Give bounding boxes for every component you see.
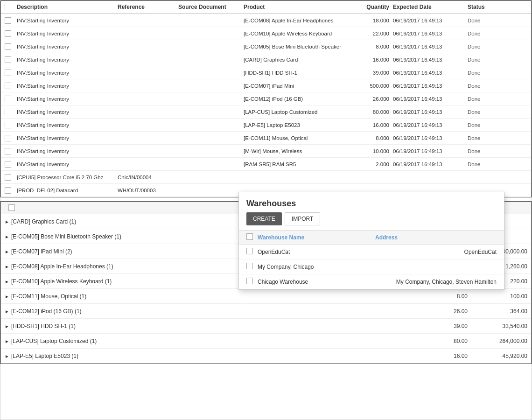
bottom-list-item[interactable]: ►[E-COM11] Mouse, Optical (1) 8.00 100.0…	[1, 289, 531, 304]
bottom-row-label: ►[HDD-SH1] HDD SH-1 (1)	[5, 323, 415, 329]
table-row[interactable]: INV:Starting Inventory [E-COM11] Mouse, …	[1, 132, 531, 145]
table-row[interactable]: INV:Starting Inventory [E-COM08] Apple I…	[1, 14, 531, 27]
row-checkbox[interactable]	[5, 83, 11, 89]
row-status: Done	[468, 96, 514, 102]
bottom-row-value: 33,540.00	[471, 323, 527, 329]
table-row[interactable]: INV:Starting Inventory [E-COM10] Apple W…	[1, 27, 531, 40]
row-date: 06/19/2017 16:49:13	[393, 148, 468, 154]
table-row[interactable]: [CPUI5] Processor Core i5 2.70 Ghz Chic/…	[1, 171, 531, 184]
row-date: 06/19/2017 16:49:13	[393, 18, 468, 23]
expand-icon: ►	[5, 339, 9, 344]
row-product: [M-Wir] Mouse, Wireless	[244, 148, 351, 154]
row-checkbox-cell	[1, 122, 15, 128]
row-status: Done	[468, 31, 514, 36]
bottom-row-value: 100.00	[471, 293, 527, 300]
table-row[interactable]: INV:Starting Inventory [CARD] Graphics C…	[1, 53, 531, 66]
row-date: 06/19/2017 16:49:13	[393, 122, 468, 128]
bottom-list-item[interactable]: ►[E-COM12] iPod (16 GB) (1) 26.00 364.00	[1, 304, 531, 319]
row-checkbox[interactable]	[5, 174, 11, 181]
row-checkbox-cell	[1, 70, 15, 76]
row-checkbox[interactable]	[5, 17, 11, 24]
table-row[interactable]: INV:Starting Inventory [E-COM07] iPad Mi…	[1, 79, 531, 92]
warehouses-popup: Warehouses CREATE IMPORT Warehouse Name …	[238, 192, 504, 290]
table-row[interactable]: INV:Starting Inventory [HDD-SH1] HDD SH-…	[1, 66, 531, 79]
row-description: [CPUI5] Processor Core i5 2.70 Ghz	[15, 175, 118, 180]
bottom-list-item[interactable]: ►[HDD-SH1] HDD SH-1 (1) 39.00 33,540.00	[1, 319, 531, 334]
top-table-section: Description Reference Source Document Pr…	[0, 0, 532, 197]
expand-icon: ►	[5, 294, 9, 299]
warehouse-checkbox-cell	[246, 278, 258, 286]
row-status: Done	[468, 148, 514, 154]
row-checkbox-cell	[1, 83, 15, 89]
expand-icon: ►	[5, 234, 9, 239]
select-all-checkbox[interactable]	[5, 4, 11, 10]
table-row[interactable]: INV:Starting Inventory [E-COM12] iPod (1…	[1, 92, 531, 105]
row-checkbox-cell	[1, 135, 15, 141]
row-checkbox[interactable]	[5, 43, 11, 50]
table-row[interactable]: INV:Starting Inventory [RAM-SR5] RAM SR5…	[1, 158, 531, 171]
row-date: 06/19/2017 16:49:13	[393, 44, 468, 49]
row-quantity: 2.000	[351, 161, 393, 167]
warehouse-checkbox[interactable]	[246, 248, 253, 254]
warehouse-row[interactable]: OpenEduCat OpenEduCat	[239, 245, 504, 259]
bottom-row-value: 364.00	[471, 308, 527, 315]
row-status: Done	[468, 161, 514, 167]
bottom-row-quantity: 8.00	[415, 293, 471, 300]
bottom-list-item[interactable]: ►[LAP-E5] Laptop E5023 (1) 16.00 45,920.…	[1, 349, 531, 364]
warehouse-row[interactable]: Chicago Warehouse My Company, Chicago, S…	[239, 274, 504, 289]
row-checkbox[interactable]	[5, 70, 11, 76]
row-product: [E-COM11] Mouse, Optical	[244, 135, 351, 141]
row-product: [HDD-SH1] HDD SH-1	[244, 70, 351, 76]
row-checkbox-cell	[1, 148, 15, 154]
warehouse-checkbox[interactable]	[246, 263, 253, 269]
row-description: INV:Starting Inventory	[15, 70, 118, 76]
table-row[interactable]: INV:Starting Inventory [LAP-CUS] Laptop …	[1, 105, 531, 119]
expand-icon: ►	[5, 309, 9, 314]
row-product: [E-COM07] iPad Mini	[244, 83, 351, 89]
row-checkbox[interactable]	[5, 161, 11, 168]
bottom-row-label: ►[E-COM11] Mouse, Optical (1)	[5, 293, 415, 300]
row-checkbox-cell	[1, 43, 15, 50]
import-button[interactable]: IMPORT	[285, 212, 320, 225]
row-date: 06/19/2017 16:49:13	[393, 31, 468, 36]
row-product: [E-COM08] Apple In-Ear Headphones	[244, 18, 351, 23]
expand-icon: ►	[5, 279, 9, 284]
row-quantity: 39.000	[351, 70, 393, 76]
table-row[interactable]: INV:Starting Inventory [LAP-E5] Laptop E…	[1, 119, 531, 132]
row-date: 06/19/2017 16:49:13	[393, 109, 468, 115]
row-checkbox[interactable]	[5, 96, 11, 102]
warehouse-row[interactable]: My Company, Chicago	[239, 259, 504, 274]
warehouse-checkbox[interactable]	[246, 278, 253, 284]
row-checkbox[interactable]	[5, 109, 11, 115]
table-row[interactable]: INV:Starting Inventory [E-COM05] Bose Mi…	[1, 40, 531, 53]
header-expected-date: Expected Date	[393, 4, 468, 10]
row-checkbox-cell	[1, 174, 15, 181]
row-status: Done	[468, 83, 514, 89]
row-description: INV:Starting Inventory	[15, 135, 118, 141]
row-checkbox[interactable]	[5, 30, 11, 37]
table-row[interactable]: INV:Starting Inventory [M-Wir] Mouse, Wi…	[1, 145, 531, 158]
expand-icon: ►	[5, 264, 9, 269]
popup-rows-container: OpenEduCat OpenEduCat My Company, Chicag…	[239, 245, 504, 289]
warehouse-name: Chicago Warehouse	[258, 279, 375, 285]
row-status: Done	[468, 70, 514, 76]
row-description: INV:Starting Inventory	[15, 122, 118, 128]
header-source-document: Source Document	[178, 4, 244, 10]
bottom-list-item[interactable]: ►[LAP-CUS] Laptop Customized (1) 80.00 2…	[1, 334, 531, 349]
create-button[interactable]: CREATE	[246, 212, 282, 225]
expand-icon: ►	[5, 249, 9, 254]
row-description: INV:Starting Inventory	[15, 44, 118, 49]
row-checkbox-cell	[1, 187, 15, 194]
row-checkbox[interactable]	[5, 187, 11, 194]
row-checkbox[interactable]	[5, 56, 11, 63]
row-reference: WH/OUT/00003	[118, 188, 178, 193]
row-checkbox-cell	[1, 109, 15, 115]
bottom-select-all-checkbox[interactable]	[8, 204, 15, 211]
popup-select-all-checkbox[interactable]	[246, 233, 253, 240]
row-checkbox[interactable]	[5, 148, 11, 154]
row-checkbox-cell	[1, 17, 15, 24]
row-checkbox-cell	[1, 96, 15, 102]
row-quantity: 16.000	[351, 57, 393, 63]
row-checkbox[interactable]	[5, 122, 11, 128]
row-checkbox[interactable]	[5, 135, 11, 141]
